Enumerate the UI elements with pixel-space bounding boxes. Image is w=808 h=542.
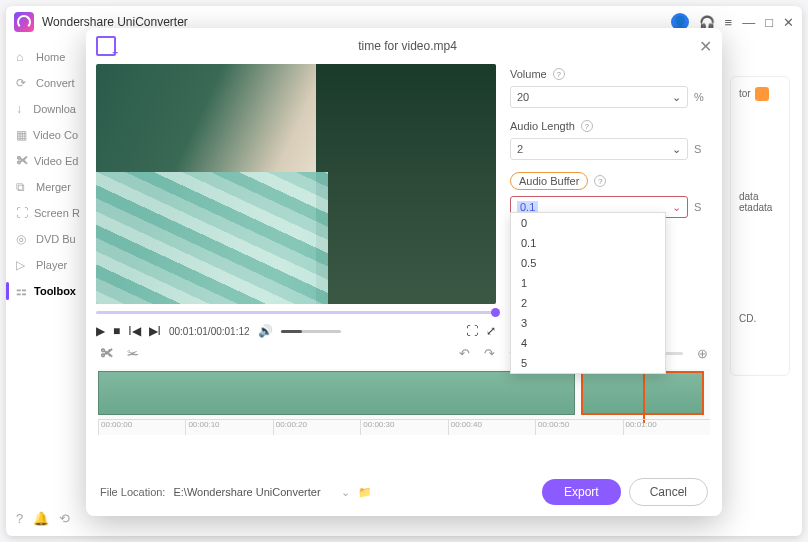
- dropdown-option[interactable]: 2: [511, 293, 665, 313]
- bell-icon[interactable]: 🔔: [33, 511, 49, 526]
- fullscreen-icon[interactable]: ⤢: [486, 324, 496, 338]
- bg-text: CD.: [739, 313, 781, 324]
- undo-icon[interactable]: ↶: [459, 346, 470, 361]
- merge-icon: ⧉: [16, 180, 30, 194]
- dropdown-option[interactable]: 0: [511, 213, 665, 233]
- video-preview[interactable]: [96, 64, 496, 304]
- unit-label: %: [694, 91, 706, 103]
- app-logo: [14, 12, 34, 32]
- download-icon: ↓: [16, 102, 27, 116]
- disc-icon: ◎: [16, 232, 30, 246]
- sidebar-item-screen-record[interactable]: ⛶Screen R: [6, 200, 86, 226]
- home-icon: ⌂: [16, 50, 30, 64]
- sidebar-item-label: DVD Bu: [36, 233, 76, 245]
- file-location-input[interactable]: [173, 486, 333, 498]
- chevron-down-icon[interactable]: ⌄: [341, 486, 350, 499]
- sidebar-item-label: Merger: [36, 181, 71, 193]
- audio-length-select[interactable]: 2⌄: [510, 138, 688, 160]
- cut-icon[interactable]: ✀: [100, 346, 113, 361]
- play-button[interactable]: ▶: [96, 324, 105, 338]
- background-card: tor data etadata CD.: [730, 76, 790, 376]
- next-button[interactable]: ▶I: [149, 324, 161, 338]
- ruler-tick: 00:00:10: [185, 420, 272, 435]
- audio-length-label: Audio Length: [510, 120, 575, 132]
- export-button[interactable]: Export: [542, 479, 621, 505]
- help-icon[interactable]: ?: [594, 175, 606, 187]
- compress-icon: ▦: [16, 128, 27, 142]
- ruler-tick: 00:00:00: [98, 420, 185, 435]
- volume-label: Volume: [510, 68, 547, 80]
- stop-button[interactable]: ■: [113, 324, 120, 338]
- sidebar-item-label: Video Ed: [34, 155, 78, 167]
- audio-buffer-label: Audio Buffer: [519, 175, 579, 187]
- sidebar-item-player[interactable]: ▷Player: [6, 252, 86, 278]
- volume-icon[interactable]: 🔊: [258, 324, 273, 338]
- prev-button[interactable]: I◀: [128, 324, 140, 338]
- unit-label: S: [694, 143, 706, 155]
- ruler-tick: 00:00:50: [535, 420, 622, 435]
- sidebar-item-video-compress[interactable]: ▦Video Co: [6, 122, 86, 148]
- ruler-tick: 00:00:30: [360, 420, 447, 435]
- sidebar-item-label: Home: [36, 51, 65, 63]
- sidebar-item-label: Video Co: [33, 129, 78, 141]
- unit-label: S: [694, 201, 706, 213]
- redo-icon[interactable]: ↷: [484, 346, 495, 361]
- refresh-icon[interactable]: ⟲: [59, 511, 70, 526]
- trash-icon[interactable]: ✂̶: [127, 346, 138, 361]
- dropdown-option[interactable]: 0.5: [511, 253, 665, 273]
- chevron-down-icon: ⌄: [672, 201, 681, 214]
- volume-select[interactable]: 20⌄: [510, 86, 688, 108]
- seek-bar[interactable]: [96, 304, 496, 320]
- close-icon[interactable]: ✕: [699, 37, 712, 56]
- sidebar-item-home[interactable]: ⌂Home: [6, 44, 86, 70]
- chevron-down-icon: ⌄: [672, 143, 681, 156]
- help-icon[interactable]: ?: [581, 120, 593, 132]
- file-location-label: File Location:: [100, 486, 165, 498]
- toolbox-icon: ⚏: [16, 284, 28, 298]
- dropdown-option[interactable]: 3: [511, 313, 665, 333]
- folder-icon[interactable]: 📁: [358, 486, 372, 499]
- sidebar-item-toolbox[interactable]: ⚏Toolbox: [6, 278, 86, 304]
- scissors-icon: ✀: [16, 154, 28, 168]
- sidebar-item-convert[interactable]: ⟳Convert: [6, 70, 86, 96]
- close-button[interactable]: ✕: [783, 15, 794, 30]
- dropdown-option[interactable]: 0.1: [511, 233, 665, 253]
- orange-badge-icon: [755, 87, 769, 101]
- snapshot-icon[interactable]: ⛶: [466, 324, 478, 338]
- sidebar-item-merger[interactable]: ⧉Merger: [6, 174, 86, 200]
- chevron-down-icon: ⌄: [672, 91, 681, 104]
- maximize-button[interactable]: □: [765, 15, 773, 30]
- convert-icon: ⟳: [16, 76, 30, 90]
- sidebar-item-video-edit[interactable]: ✀Video Ed: [6, 148, 86, 174]
- sidebar: ⌂Home ⟳Convert ↓Downloa ▦Video Co ✀Video…: [6, 38, 86, 498]
- footer-icons: ? 🔔 ⟲: [16, 511, 70, 526]
- menu-icon[interactable]: ≡: [725, 15, 733, 30]
- select-value: 2: [517, 143, 523, 155]
- sidebar-item-label: Downloa: [33, 103, 76, 115]
- app-title: Wondershare UniConverter: [42, 15, 671, 29]
- sidebar-item-label: Convert: [36, 77, 75, 89]
- sidebar-item-download[interactable]: ↓Downloa: [6, 96, 86, 122]
- transport-controls: ▶ ■ I◀ ▶I 00:01:01/00:01:12 🔊 ⛶ ⤢: [96, 320, 496, 342]
- dropdown-option[interactable]: 4: [511, 333, 665, 353]
- select-value: 20: [517, 91, 529, 103]
- bg-text: data: [739, 191, 781, 202]
- sidebar-item-dvd-burn[interactable]: ◎DVD Bu: [6, 226, 86, 252]
- help-icon[interactable]: ?: [553, 68, 565, 80]
- ruler-tick: 00:01:00: [623, 420, 710, 435]
- volume-slider[interactable]: [281, 330, 341, 333]
- help-icon[interactable]: ?: [16, 511, 23, 526]
- dropdown-option[interactable]: 1: [511, 273, 665, 293]
- add-file-icon[interactable]: [96, 36, 116, 56]
- settings-panel: Volume? 20⌄ % Audio Length? 2⌄ S Audio B…: [504, 64, 712, 342]
- sidebar-item-label: Screen R: [34, 207, 80, 219]
- dialog-title: time for video.mp4: [116, 39, 699, 53]
- zoom-in-icon[interactable]: ⊕: [697, 346, 708, 361]
- cancel-button[interactable]: Cancel: [629, 478, 708, 506]
- ruler-tick: 00:00:20: [273, 420, 360, 435]
- minimize-button[interactable]: —: [742, 15, 755, 30]
- dropdown-option[interactable]: 5: [511, 353, 665, 373]
- timeline[interactable]: 00:00:00 00:00:10 00:00:20 00:00:30 00:0…: [98, 369, 710, 435]
- timeline-ruler: 00:00:00 00:00:10 00:00:20 00:00:30 00:0…: [98, 419, 710, 435]
- sidebar-item-label: Toolbox: [34, 285, 76, 297]
